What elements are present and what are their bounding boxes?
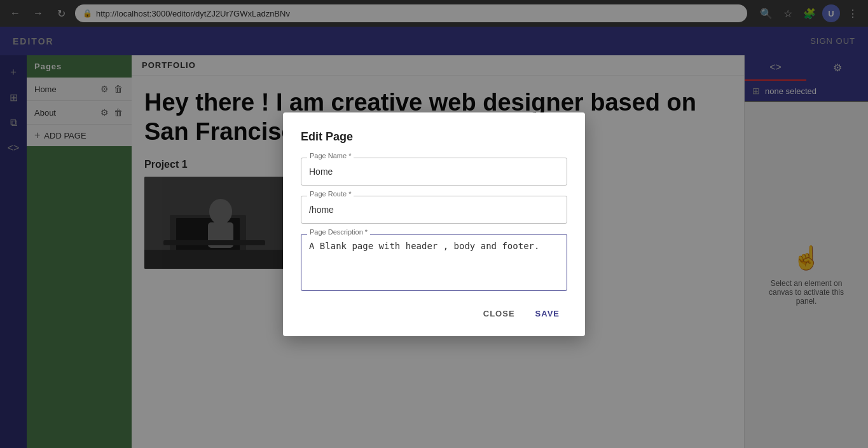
close-button[interactable]: CLOSE xyxy=(476,304,523,323)
page-desc-textarea[interactable]: A Blank page with header , body and foot… xyxy=(301,234,567,291)
page-route-field-group: Page Route * xyxy=(301,196,567,224)
edit-page-dialog: Edit Page Page Name * Page Route * Page … xyxy=(283,112,585,336)
page-name-field-group: Page Name * xyxy=(301,158,567,186)
page-desc-field-group: Page Description * A Blank page with hea… xyxy=(301,234,567,294)
page-name-label: Page Name * xyxy=(307,152,354,160)
page-route-label: Page Route * xyxy=(307,190,354,198)
page-route-input[interactable] xyxy=(301,196,567,224)
dialog-title: Edit Page xyxy=(301,130,567,144)
page-desc-label: Page Description * xyxy=(307,228,370,236)
save-button[interactable]: SAVE xyxy=(528,304,567,323)
dialog-overlay: Edit Page Page Name * Page Route * Page … xyxy=(0,0,868,448)
dialog-actions: CLOSE SAVE xyxy=(301,304,567,323)
page-name-input[interactable] xyxy=(301,158,567,186)
